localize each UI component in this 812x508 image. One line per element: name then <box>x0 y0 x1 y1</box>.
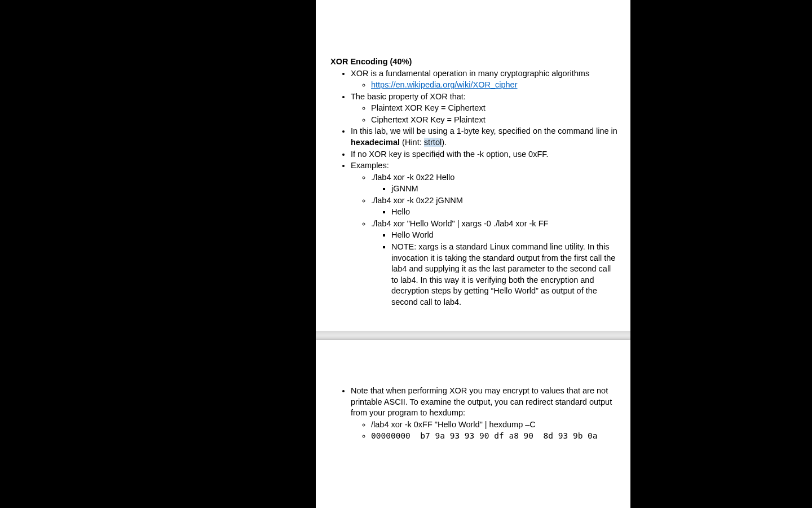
hexdump-example-list: /lab4 xor -k 0xFF "Hello World" | hexdum… <box>351 419 619 442</box>
text-caret <box>439 150 439 159</box>
bullet-1byte-key: In this lab, we will be using a 1-byte k… <box>351 126 619 148</box>
hexdump-command: /lab4 xor -k 0xFF "Hello World" | hexdum… <box>371 419 619 431</box>
output-line: Hello <box>391 207 619 218</box>
bullet-basic-property: The basic property of XOR that: Plaintex… <box>351 91 619 126</box>
bullet-plaintext-xor: Plaintext XOR Key = Ciphertext <box>371 103 619 114</box>
top-bullet-list-2: Note that when performing XOR you may en… <box>330 386 619 442</box>
document-page-1: XOR Encoding (40%) XOR is a fundamental … <box>316 0 630 331</box>
example-3: ./lab4 xor "Hello World" | xargs -0 ./la… <box>371 218 619 308</box>
examples-list: ./lab4 xor -k 0x22 Hello jGNNM ./lab4 xo… <box>351 172 619 308</box>
bullet-ciphertext-xor: Ciphertext XOR Key = Plaintext <box>371 115 619 126</box>
text: Note that when performing XOR you may en… <box>351 386 612 417</box>
text-tail: ). <box>442 138 447 147</box>
document-page-2: Note that when performing XOR you may en… <box>316 340 630 508</box>
output-line: jGNNM <box>391 183 619 195</box>
sublist: Plaintext XOR Key = Ciphertext Ciphertex… <box>351 103 619 125</box>
text-strtol-highlight: strtol <box>424 138 442 147</box>
text: The basic property of XOR that: <box>351 92 466 101</box>
example-1: ./lab4 xor -k 0x22 Hello jGNNM <box>371 172 619 195</box>
bullet-examples: Examples: ./lab4 xor -k 0x22 Hello jGNNM… <box>351 160 619 308</box>
text: Examples: <box>351 161 389 170</box>
example-1-output: jGNNM <box>371 183 619 195</box>
page-gap <box>316 331 630 340</box>
sublist: https://en.wikipedia.org/wiki/XOR_cipher <box>351 80 619 91</box>
bullet-xor-fundamental: XOR is a fundamental operation in many c… <box>351 68 619 91</box>
text-after: (Hint: <box>400 138 424 147</box>
example-2: ./lab4 xor -k 0x22 jGNNM Hello <box>371 195 619 218</box>
section-heading: XOR Encoding (40%) <box>330 56 619 68</box>
output-line-2-note: NOTE: xargs is a standard Linux command … <box>391 242 619 308</box>
top-bullet-list: XOR is a fundamental operation in many c… <box>330 68 619 308</box>
text-hexadecimal: hexadecimal <box>351 138 400 147</box>
output-line-1: Hello World <box>391 230 619 241</box>
bullet-link: https://en.wikipedia.org/wiki/XOR_cipher <box>371 80 619 91</box>
hexdump-output: 00000000 b7 9a 93 93 90 df a8 90 8d 93 9… <box>371 431 619 442</box>
example-2-output: Hello <box>371 207 619 218</box>
wikipedia-link[interactable]: https://en.wikipedia.org/wiki/XOR_cipher <box>371 80 518 89</box>
bullet-hexdump-note: Note that when performing XOR you may en… <box>351 386 619 442</box>
example-3-output: Hello World NOTE: xargs is a standard Li… <box>371 230 619 308</box>
text-pre: In this lab, we will be using a 1-byte k… <box>351 126 617 135</box>
document-viewport: XOR Encoding (40%) XOR is a fundamental … <box>316 0 630 508</box>
text: XOR is a fundamental operation in many c… <box>351 69 589 78</box>
bullet-default-key: If no XOR key is specified with the -k o… <box>351 149 619 160</box>
